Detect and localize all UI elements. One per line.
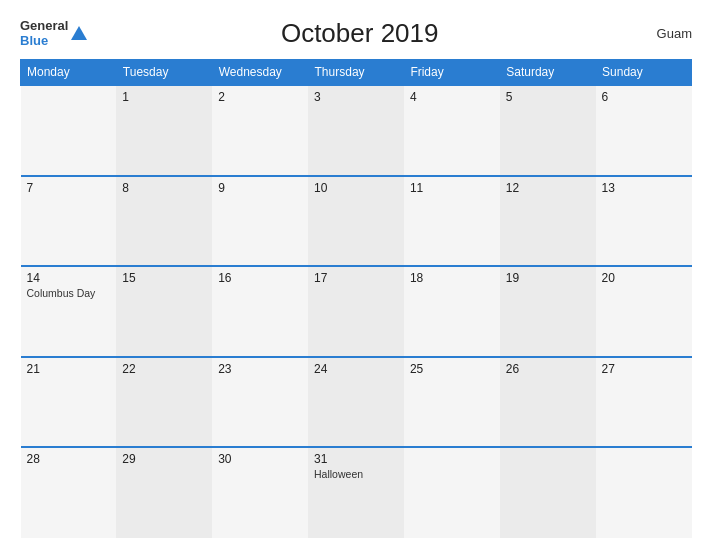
weekday-header-thursday: Thursday [308,60,404,86]
day-number: 13 [602,181,686,195]
calendar-cell: 24 [308,357,404,448]
day-number: 8 [122,181,206,195]
calendar-cell: 29 [116,447,212,538]
calendar-cell: 23 [212,357,308,448]
day-number: 16 [218,271,302,285]
calendar-cell: 15 [116,266,212,357]
calendar-cell: 27 [596,357,692,448]
event-label: Halloween [314,468,398,480]
weekday-header-saturday: Saturday [500,60,596,86]
calendar-cell: 20 [596,266,692,357]
calendar-cell: 6 [596,85,692,176]
calendar-cell [21,85,117,176]
calendar-grid: MondayTuesdayWednesdayThursdayFridaySatu… [20,59,692,538]
calendar-cell [500,447,596,538]
calendar-cell: 28 [21,447,117,538]
day-number: 31 [314,452,398,466]
weekday-header-monday: Monday [21,60,117,86]
calendar-cell: 21 [21,357,117,448]
day-number: 15 [122,271,206,285]
calendar-cell: 26 [500,357,596,448]
weekday-header-sunday: Sunday [596,60,692,86]
weekday-header-wednesday: Wednesday [212,60,308,86]
day-number: 7 [27,181,111,195]
day-number: 27 [602,362,686,376]
calendar-week-row: 123456 [21,85,692,176]
calendar-cell: 7 [21,176,117,267]
day-number: 6 [602,90,686,104]
day-number: 24 [314,362,398,376]
calendar-cell [404,447,500,538]
calendar-cell: 1 [116,85,212,176]
day-number: 17 [314,271,398,285]
day-number: 14 [27,271,111,285]
calendar-cell: 9 [212,176,308,267]
day-number: 29 [122,452,206,466]
event-label: Columbus Day [27,287,111,299]
calendar-cell: 2 [212,85,308,176]
region-label: Guam [632,26,692,41]
calendar-cell: 14Columbus Day [21,266,117,357]
day-number: 21 [27,362,111,376]
day-number: 28 [27,452,111,466]
calendar-week-row: 78910111213 [21,176,692,267]
calendar-cell [596,447,692,538]
day-number: 3 [314,90,398,104]
calendar-cell: 3 [308,85,404,176]
day-number: 9 [218,181,302,195]
day-number: 5 [506,90,590,104]
day-number: 19 [506,271,590,285]
calendar-title: October 2019 [87,18,632,49]
logo-text: General Blue [20,19,68,48]
weekday-header-row: MondayTuesdayWednesdayThursdayFridaySatu… [21,60,692,86]
calendar-cell: 17 [308,266,404,357]
calendar-cell: 16 [212,266,308,357]
day-number: 20 [602,271,686,285]
logo-blue-text: Blue [20,34,68,48]
calendar-cell: 30 [212,447,308,538]
calendar-cell: 22 [116,357,212,448]
logo-triangle-icon [71,26,87,40]
day-number: 22 [122,362,206,376]
calendar-cell: 13 [596,176,692,267]
calendar-cell: 4 [404,85,500,176]
day-number: 26 [506,362,590,376]
calendar-cell: 10 [308,176,404,267]
weekday-header-tuesday: Tuesday [116,60,212,86]
calendar-cell: 11 [404,176,500,267]
calendar-cell: 31Halloween [308,447,404,538]
header: General Blue October 2019 Guam [20,18,692,49]
day-number: 1 [122,90,206,104]
calendar-cell: 8 [116,176,212,267]
calendar-page: General Blue October 2019 Guam MondayTue… [0,0,712,550]
day-number: 12 [506,181,590,195]
calendar-cell: 19 [500,266,596,357]
calendar-cell: 5 [500,85,596,176]
calendar-cell: 18 [404,266,500,357]
calendar-cell: 12 [500,176,596,267]
calendar-table: MondayTuesdayWednesdayThursdayFridaySatu… [20,59,692,538]
day-number: 4 [410,90,494,104]
day-number: 25 [410,362,494,376]
logo-general-text: General [20,19,68,33]
day-number: 10 [314,181,398,195]
day-number: 18 [410,271,494,285]
logo: General Blue [20,19,87,48]
day-number: 30 [218,452,302,466]
day-number: 23 [218,362,302,376]
weekday-header-friday: Friday [404,60,500,86]
calendar-cell: 25 [404,357,500,448]
calendar-week-row: 14Columbus Day151617181920 [21,266,692,357]
calendar-week-row: 21222324252627 [21,357,692,448]
day-number: 2 [218,90,302,104]
day-number: 11 [410,181,494,195]
calendar-week-row: 28293031Halloween [21,447,692,538]
